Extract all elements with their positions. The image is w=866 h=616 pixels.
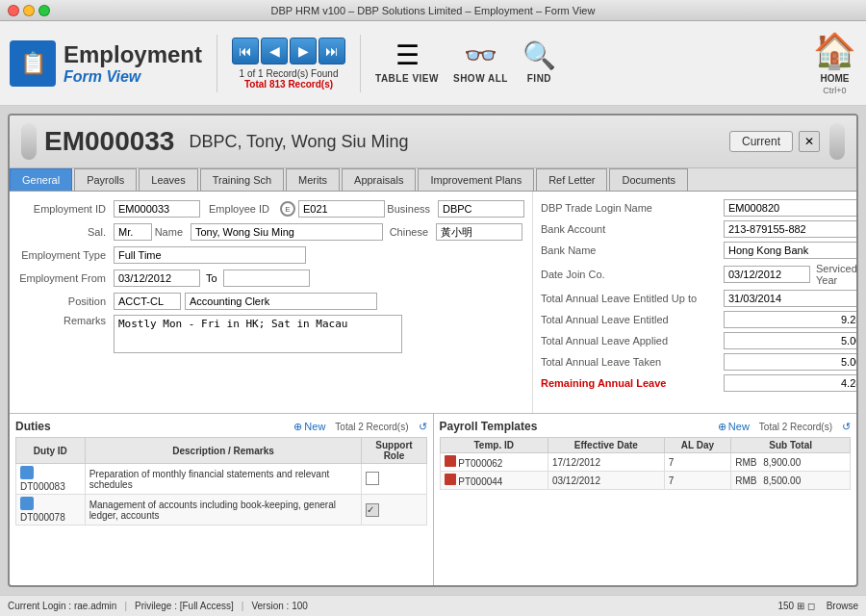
app-logo: 📋 Employment Form View	[10, 40, 202, 87]
tab-documents[interactable]: Documents	[609, 168, 688, 191]
show-all-button[interactable]: 👓 SHOW ALL	[453, 42, 508, 84]
bank-account-input[interactable]	[724, 220, 858, 238]
name-input[interactable]	[191, 223, 383, 241]
close-button[interactable]	[8, 5, 19, 16]
duty-support-checkbox-1[interactable]	[366, 472, 379, 485]
employee-id-input[interactable]	[298, 200, 385, 218]
sal-label: Sal.	[17, 226, 114, 238]
position-row: Position	[17, 292, 524, 311]
employment-id-input[interactable]	[114, 200, 200, 218]
maximize-button[interactable]	[38, 5, 50, 16]
al-entitled2-input[interactable]	[724, 311, 858, 328]
payroll-refresh-icon[interactable]: ↺	[842, 421, 851, 433]
al-entitled-label: Total Annual Leave Entitled Up to	[541, 293, 724, 304]
duty-id-1: DT000083	[16, 464, 86, 495]
duties-col-id: Duty ID	[16, 438, 86, 464]
payroll-row-1[interactable]: PT000062 17/12/2012 7 RMB 8,900.00	[440, 453, 851, 472]
al-remaining-input[interactable]	[724, 374, 858, 392]
separator-1	[216, 35, 217, 92]
duty-id-2: DT000078	[16, 495, 86, 526]
employment-type-row: Employment Type	[17, 245, 524, 265]
form-status: Current ✕	[729, 123, 845, 160]
payroll-new-icon: ⊕	[718, 421, 726, 433]
tab-refletter[interactable]: Ref Letter	[536, 168, 607, 191]
al-taken-input[interactable]	[724, 353, 858, 371]
al-taken-label: Total Annual Leave Taken	[541, 356, 724, 368]
duties-table: Duty ID Description / Remarks Support Ro…	[15, 437, 427, 526]
duty-desc-1: Preparation of monthly financial stateme…	[85, 464, 362, 495]
tab-general[interactable]: General	[10, 168, 72, 191]
business-input[interactable]	[438, 200, 524, 218]
duty-row-1[interactable]: DT000083 Preparation of monthly financia…	[16, 464, 427, 495]
tab-payrolls[interactable]: Payrolls	[74, 168, 137, 191]
home-button[interactable]: 🏠 HOME Ctrl+0	[813, 31, 856, 95]
sal-input[interactable]	[114, 223, 152, 241]
nav-last-button[interactable]: ⏭	[318, 38, 345, 64]
name-row: Sal. Name Chinese	[17, 222, 524, 242]
form-close-button[interactable]: ✕	[799, 131, 820, 152]
nav-buttons[interactable]: ⏮ ◀ ▶ ⏭	[232, 38, 345, 64]
payroll-row-2[interactable]: PT000044 03/12/2012 7 RMB 8,500.00	[440, 472, 851, 490]
status-button[interactable]: Current	[729, 131, 793, 152]
table-view-button[interactable]: ☰ TABLE VIEW	[375, 42, 439, 84]
show-all-label: SHOW ALL	[453, 73, 508, 84]
employment-from-input[interactable]	[114, 270, 200, 287]
scroll-indicator-left	[21, 123, 37, 160]
payroll-new-button[interactable]: ⊕ New	[718, 421, 750, 433]
employment-type-input[interactable]	[114, 246, 306, 264]
find-button[interactable]: 🔍 FIND	[522, 42, 556, 84]
trade-login-input[interactable]	[724, 199, 858, 217]
nav-first-button[interactable]: ⏮	[232, 38, 259, 64]
tab-leaves[interactable]: Leaves	[139, 168, 197, 191]
bank-account-row: Bank Account	[541, 220, 858, 238]
nav-prev-button[interactable]: ◀	[261, 38, 288, 64]
window-title: DBP HRM v100 – DBP Solutions Limited – E…	[271, 5, 596, 16]
tab-merits[interactable]: Merits	[286, 168, 340, 191]
duties-section: Duties ⊕ New Total 2 Record(s) ↺ Duty ID	[10, 414, 434, 587]
nav-controls: ⏮ ◀ ▶ ⏭ 1 of 1 Record(s) Found Total 813…	[232, 38, 345, 90]
payroll-total: Total 2 Record(s)	[759, 422, 832, 432]
chinese-input[interactable]	[436, 223, 522, 241]
duties-col-description: Description / Remarks	[85, 438, 362, 464]
al-entitled-input[interactable]	[724, 290, 858, 307]
find-label: FIND	[527, 73, 551, 84]
nav-total-records: Total 813 Record(s)	[240, 79, 339, 90]
minimize-button[interactable]	[23, 5, 35, 16]
app-title: Employment Form View	[64, 41, 202, 86]
duties-new-button[interactable]: ⊕ New	[293, 421, 325, 433]
status-bar: Current Login : rae.admin | Privilege : …	[0, 595, 866, 616]
table-view-label: TABLE VIEW	[375, 73, 439, 84]
employment-id-row: Employment ID Employee ID E Business	[17, 199, 524, 218]
remarks-textarea[interactable]	[114, 315, 402, 353]
payroll-icon-1	[445, 455, 456, 467]
position-code-input[interactable]	[114, 293, 181, 310]
date-join-row: Date Join Co. Serviced Year	[541, 263, 858, 286]
payroll-title: Payroll Templates	[440, 420, 538, 433]
tab-improvement[interactable]: Improvement Plans	[418, 168, 534, 191]
al-applied-input[interactable]	[724, 332, 858, 349]
sep-1: |	[124, 601, 127, 611]
duty-support-checkbox-2[interactable]: ✓	[366, 503, 379, 517]
position-name-input[interactable]	[185, 293, 377, 310]
duties-refresh-icon[interactable]: ↺	[419, 421, 427, 433]
date-join-input[interactable]	[724, 266, 810, 283]
payroll-alday-2: 7	[664, 472, 731, 490]
nav-next-button[interactable]: ▶	[290, 38, 317, 64]
duties-header: Duties ⊕ New Total 2 Record(s) ↺	[15, 420, 427, 433]
employment-to-input[interactable]	[223, 270, 310, 287]
tab-training[interactable]: Training Sch	[200, 168, 284, 191]
payroll-col-effective: Effective Date	[548, 438, 664, 453]
serviced-year-label: Serviced Year	[816, 263, 857, 286]
window-controls[interactable]	[8, 5, 50, 16]
toolbar: 📋 Employment Form View ⏮ ◀ ▶ ⏭ 1 of 1 Re…	[0, 21, 866, 106]
form-right-panel: DBP Trade Login Name Bank Account Bank N…	[533, 192, 858, 413]
duties-new-icon: ⊕	[293, 421, 302, 433]
duty-row-2[interactable]: DT000078 Management of accounts includin…	[16, 495, 427, 526]
trade-login-row: DBP Trade Login Name	[541, 199, 858, 217]
tab-appraisals[interactable]: Appraisals	[342, 168, 416, 191]
bank-name-label: Bank Name	[541, 244, 724, 256]
app-icon: 📋	[10, 40, 56, 87]
home-shortcut: Ctrl+0	[823, 86, 846, 95]
bank-name-input[interactable]	[724, 242, 858, 259]
home-label: HOME	[821, 73, 850, 84]
